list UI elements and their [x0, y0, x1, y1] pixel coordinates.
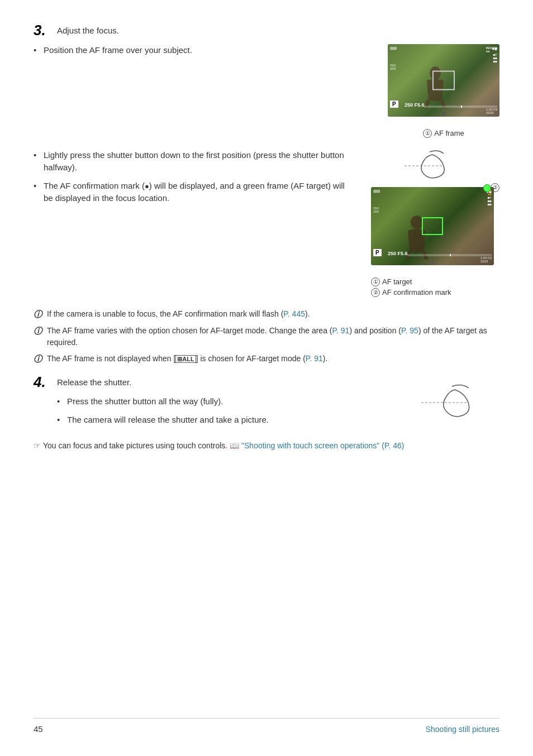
caption-circle-2b: ②: [371, 288, 380, 297]
step3-content-1: Position the AF frame over your subject.…: [34, 44, 499, 138]
image-size-1: ■■■■: [493, 56, 497, 63]
time-display-2: 1:02:03 1023: [480, 256, 492, 263]
hud-top-2: ⊟⊟ ●■: [373, 189, 492, 194]
shutter-icon-top: [399, 149, 466, 183]
step4-left: 4. Release the shutter. Press the shutte…: [34, 374, 410, 432]
camera-display-2: ⊟⊟ ●■ ISO200 ●●●● ■F ■■■■ P: [371, 187, 494, 265]
step3-number: 3.: [34, 22, 50, 39]
tip-block: ☞ You can focus and take pictures using …: [34, 440, 499, 452]
caption-img2-1: ① AF target: [371, 277, 494, 286]
step3-content-2: Lightly press the shutter button down to…: [34, 149, 499, 297]
step3-header: 3. Adjust the focus.: [34, 22, 499, 39]
note-icon-1: ⓘ: [34, 308, 45, 321]
time-display-1: 1:02:03 1023: [486, 108, 497, 114]
step4-bullet-1: Press the shutter button all the way (fu…: [57, 395, 393, 408]
step3-title: Adjust the focus.: [57, 22, 119, 35]
step3-bullet-2a: Lightly press the shutter button down to…: [34, 149, 349, 174]
step4-section: 4. Release the shutter. Press the shutte…: [34, 374, 499, 432]
step4-number: 4.: [34, 374, 50, 390]
tip-link[interactable]: "Shooting with touch screen operations" …: [241, 441, 404, 450]
tip-text: You can focus and take pictures using to…: [43, 440, 404, 452]
arrow-down-1: ▼: [440, 110, 447, 117]
confirm-circle-label: ②: [491, 181, 499, 192]
note-3: ⓘ The AF frame is not displayed when [⊞A…: [34, 353, 499, 366]
hud-battery-2: ⊟⊟: [373, 189, 380, 194]
caption-circle-2a: ①: [371, 277, 380, 286]
caption-text-2b: AF confirmation mark: [382, 288, 451, 296]
step3-bullets-2: Lightly press the shutter button down to…: [34, 149, 349, 205]
step4-header: 4. Release the shutter.: [34, 374, 393, 390]
step4-title: Release the shutter.: [57, 374, 131, 387]
note-link-2a[interactable]: P. 91: [332, 326, 350, 335]
step3-left-1: Position the AF frame over your subject.: [34, 44, 388, 138]
note-text-2: The AF frame varies with the option chos…: [47, 325, 499, 348]
note-1: ⓘ If the camera is unable to focus, the …: [34, 308, 499, 321]
step3-right-1: ⊟⊟ ●■ ISO200 ISO400●● ■F ■■■■ P 250 F5.6: [388, 44, 499, 138]
hud-top-1: ⊟⊟ ●■: [390, 46, 497, 51]
caption-text-2a: AF target: [382, 277, 412, 286]
camera-display-1: ⊟⊟ ●■ ISO200 ISO400●● ■F ■■■■ P 250 F5.6: [388, 44, 499, 117]
iso-text-2: ISO200: [373, 207, 379, 213]
tip-touch-icon: ☞: [34, 440, 41, 452]
note-link-2b[interactable]: P. 95: [401, 326, 418, 335]
page-number: 45: [34, 724, 43, 734]
note-2: ⓘ The AF frame varies with the option ch…: [34, 325, 499, 348]
step3-left-2: Lightly press the shutter button down to…: [34, 149, 365, 297]
step3-bullets-1: Position the AF frame over your subject.: [34, 44, 371, 57]
iso-text-1: ISO200: [390, 64, 396, 70]
step4-right: [410, 374, 499, 432]
shutter-icon-svg-bottom: [416, 383, 494, 422]
af-confirm-dot: [483, 184, 491, 192]
exposure-bar-2: [407, 254, 492, 256]
page-footer: 45 Shooting still pictures: [34, 718, 499, 734]
shutter-icon-svg-top: [399, 149, 466, 183]
note-text-3: The AF frame is not displayed when [⊞ALL…: [47, 353, 327, 365]
step3-bullet-1: Position the AF frame over your subject.: [34, 44, 371, 57]
arrow-down-2: ▼: [429, 259, 436, 265]
caption-text-1: AF frame: [434, 129, 464, 137]
svg-point-2: [411, 216, 423, 229]
notes-block: ⓘ If the camera is unable to focus, the …: [34, 308, 499, 366]
caption-img2-2: ② AF confirmation mark: [371, 288, 494, 297]
step4-bullet-2: The camera will release the shutter and …: [57, 414, 393, 427]
note-link-1[interactable]: P. 445: [283, 309, 305, 318]
af-frame-1: [432, 70, 455, 90]
caption-img1: ① AF frame: [423, 129, 464, 138]
af-all-icon: ⊞ALL: [175, 355, 196, 363]
shutter-aperture-2: 250 F5.6: [388, 251, 408, 256]
note-text-1: If the camera is unable to focus, the AF…: [47, 308, 310, 320]
indicators-top-right-1: ISO400●● ■F ■■■■: [486, 46, 497, 63]
image-size-2: ■■■■: [488, 199, 492, 206]
note-icon-2: ⓘ: [34, 325, 45, 338]
caption-circle-1: ①: [423, 129, 432, 138]
shutter-aperture-1: 250 F5.6: [404, 102, 425, 108]
step3-bullet-2b: The AF confirmation mark (●) will be dis…: [34, 180, 349, 205]
step3-right-2: ② ⊟⊟ ●■: [365, 149, 499, 297]
note-icon-3: ⓘ: [34, 353, 45, 366]
af-target-2: [422, 217, 443, 235]
mode-display-1: P: [390, 101, 398, 108]
iso-indicator-1: ISO400●●: [486, 46, 497, 53]
footer-title: Shooting still pictures: [426, 725, 499, 734]
note-link-3[interactable]: P. 91: [306, 354, 323, 363]
hud-battery-1: ⊟⊟: [390, 46, 397, 51]
page-container: 3. Adjust the focus. Position the AF fra…: [0, 0, 533, 496]
step4-bullets: Press the shutter button all the way (fu…: [57, 395, 393, 426]
confirm-num-2: ②: [491, 183, 499, 192]
captions-img2: ① AF target ② AF confirmation mark: [371, 277, 494, 297]
confirm-mark-area: ② ⊟⊟ ●■: [371, 187, 494, 270]
mode-display-2: P: [373, 249, 382, 256]
